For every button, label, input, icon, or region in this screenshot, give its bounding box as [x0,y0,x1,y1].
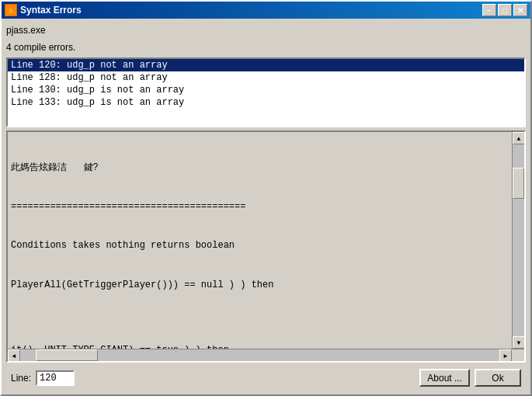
code-scroll-content[interactable]: 此媽告炫錄洁 鍵? ==============================… [8,132,512,349]
title-bar-buttons: − □ ✕ [482,4,527,16]
error-list[interactable]: Line 120: udg_p not an array Line 128: u… [6,57,526,127]
title-bar: ⚠ Syntax Errors − □ ✕ [2,2,530,19]
error-item-1[interactable]: Line 128: udg_p not an array [8,71,524,84]
scroll-down-button[interactable]: ▼ [513,336,524,349]
error-item-3[interactable]: Line 133: udg_p is not an array [8,96,524,109]
horizontal-scrollbar-container: ◄ ► [8,349,524,361]
window-icon: ⚠ [5,4,17,16]
scroll-right-button[interactable]: ► [499,349,512,362]
code-area-inner: 此媽告炫錄洁 鍵? ==============================… [8,132,524,349]
about-button[interactable]: About ... [419,369,470,387]
code-line-1: ========================================… [11,200,509,214]
line-label: Line: [11,373,31,384]
main-window: ⚠ Syntax Errors − □ ✕ pjass.exe 4 compil… [0,0,532,396]
code-line-2: Conditions takes nothing returns boolean [11,239,509,252]
scroll-left-button[interactable]: ◄ [8,349,20,362]
code-line-0: 此媽告炫錄洁 鍵? [11,162,509,175]
minimize-button[interactable]: − [482,4,496,16]
file-label: pjass.exe [6,23,526,37]
vertical-scrollbar[interactable]: ▲ ▼ [512,132,524,349]
line-input[interactable] [36,370,75,386]
scrollbar-thumb-h[interactable] [36,349,98,361]
error-item-0[interactable]: Line 120: udg_p not an array [8,59,524,71]
close-button[interactable]: ✕ [513,4,527,16]
maximize-button[interactable]: □ [498,4,512,16]
error-count: 4 compile errors. [6,40,526,54]
horizontal-scrollbar[interactable]: ◄ ► [8,349,512,361]
code-line-5: it(), UNIT_TYPE_GIANT) == true ) ) then [11,344,509,349]
scroll-up-button[interactable]: ▲ [513,132,524,144]
code-area-container: 此媽告炫錄洁 鍵? ==============================… [6,130,526,363]
scrollbar-thumb-v[interactable] [513,168,524,199]
bottom-bar: Line: About ... Ok [6,366,526,390]
code-line-3: PlayerAll(GetTriggerPlayer())) == null )… [11,279,509,292]
error-item-2[interactable]: Line 130: udg_p is not an array [8,84,524,96]
window-title: Syntax Errors [20,5,479,16]
scrollbar-track-h[interactable] [20,349,499,361]
window-content: pjass.exe 4 compile errors. Line 120: ud… [2,19,530,394]
ok-button[interactable]: Ok [475,369,521,387]
scrollbar-track-v[interactable] [513,144,524,336]
scrollbar-corner [512,349,524,362]
